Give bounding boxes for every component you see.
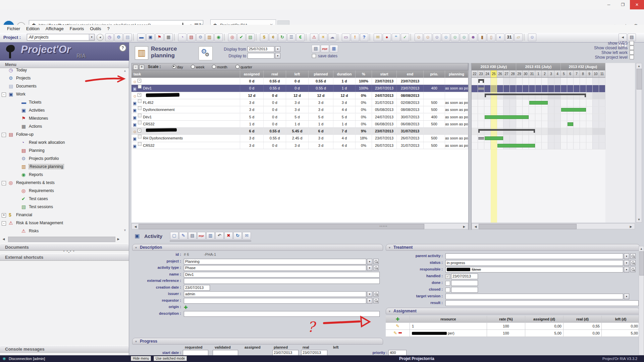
sidebar-item-actions[interactable]: ▦Actions [0,123,129,131]
hide-menu-button[interactable]: Hide menu [131,356,151,361]
pdf-icon[interactable]: PDF [197,232,206,240]
chevron-down-icon[interactable]: ▼ [367,265,372,271]
tree-scroll-up-icon[interactable]: ▲ [123,69,126,72]
sidebar-item-planning[interactable]: ▤Planning [0,147,129,155]
column-header-planned[interactable]: planned [309,70,333,78]
done-checkbox[interactable] [445,281,450,286]
financial-icon[interactable]: $ [260,34,268,41]
scroll-up-icon[interactable]: ▲ [636,63,642,69]
priority-input[interactable]: 400 [388,350,407,356]
closed-checkbox[interactable] [445,288,450,292]
column-header-assigned[interactable]: assigned [240,70,264,78]
sidebar-item-follow-up[interactable]: -▤Follow-up [0,131,129,139]
chevron-down-icon[interactable]: ▼ [89,34,94,40]
table-row[interactable]: ▣Dév15 d0 d5 d5 d5 d0%24/07/201330/07/20… [131,114,468,121]
column-header-%[interactable]: % [356,70,372,78]
scroll-track[interactable] [8,237,115,242]
scroll-left-icon[interactable]: ◄ [473,224,479,230]
sidebar-item-resource-planning[interactable]: ▥Resource planning [0,163,129,171]
chevron-down-icon[interactable]: ▼ [367,298,372,304]
test-sessions-icon[interactable]: ▧ [246,34,255,41]
gantt-bar-bracket[interactable] [485,94,586,95]
table-row[interactable]: ▣RH Dysfonctionnements3 d0.55 d2.45 d3 d… [131,135,468,142]
panel-splitter[interactable]: ▪ ▪ ▪ ▪ ▪ [62,250,76,252]
search-icon[interactable] [373,298,379,303]
column-header-left[interactable]: left [286,70,309,78]
radio-icon[interactable] [191,65,195,69]
messages-icon[interactable]: ✉ [374,34,382,41]
contexts-icon[interactable]: ◐ [496,34,504,41]
activities-icon[interactable]: ▣ [146,34,155,41]
parent-activity-input[interactable] [445,253,623,259]
table-row[interactable]: ☺-6 d0.55 d5.45 d6 d7 d9%23/07/201331/07… [131,128,468,135]
calendar-export-icon[interactable]: ▦ [330,45,338,53]
gantt-bar-planned[interactable] [568,122,573,126]
display-to-dropdown-icon[interactable]: ▼ [275,53,280,59]
documents-icon[interactable]: ▤ [123,34,132,41]
status-input[interactable]: in progress [445,260,623,266]
risks-icon[interactable]: ⚠ [310,34,318,41]
gantt-bar-bracket[interactable] [478,129,535,131]
sidebar-item-risks[interactable]: ⚠Risks [0,227,129,235]
collapse-icon[interactable]: - [138,93,141,97]
chevron-down-icon[interactable]: ▼ [624,253,629,259]
sidebar-item-real-work-allocation[interactable]: ◔Real work allocation [0,139,129,147]
resource-planning-icon[interactable]: ▥ [205,34,214,41]
sidebar-item-requirements[interactable]: ◎Requirements [0,187,129,195]
gantt-bar-planned[interactable] [485,115,529,119]
sidebar-item-reports[interactable]: ◉Reports [0,171,129,179]
external-reference-input[interactable] [184,278,380,284]
search-icon[interactable] [630,267,636,272]
budgets-icon[interactable]: ¢ [269,34,277,41]
column-header-prio[interactable]: prio. [424,70,445,78]
gantt-bar-planned[interactable] [561,108,586,112]
help-icon[interactable]: ? [119,44,126,52]
switch-mode-button[interactable]: Use switched mode [154,356,187,361]
table-row[interactable]: ▣Dysfonctionnement3 d0 d3 d3 d4 d0%05/08… [131,106,468,113]
start-date-real-input[interactable]: 23/07/2013 [301,350,327,356]
menu-affichage[interactable]: Affichage [43,25,67,33]
copy-icon[interactable]: ▥ [206,232,215,240]
today-icon[interactable]: ◷ [105,34,114,41]
creation-date-input[interactable]: 23/07/2013 [184,285,210,291]
requirements-icon[interactable]: ◎ [228,34,236,41]
zoom-out-button[interactable]: - [133,65,138,70]
expenses-icon[interactable]: ↻ [278,34,286,41]
search-icon[interactable] [630,253,636,259]
print-icon[interactable]: ▤ [312,45,320,53]
gantt-bar-real[interactable] [478,87,484,90]
start-date-planned-input[interactable]: 23/07/2013 [272,350,299,356]
description-input[interactable] [184,311,380,317]
project-filter-select[interactable]: All projects ▼ [27,34,95,41]
scale-option-month[interactable]: month [212,65,227,69]
chevron-down-icon[interactable]: ▼ [624,267,629,273]
sidebar-item-today[interactable]: ◷Today [0,66,129,74]
edit-pencil-icon[interactable]: ✎ [393,330,397,336]
resources-icon[interactable]: ☺ [433,34,441,41]
handled-input[interactable]: 23/07/2013 [451,274,478,279]
column-header-planning[interactable]: planning [445,70,468,78]
sidebar-item-test-cases[interactable]: ✔Test cases [0,195,129,203]
undo-icon[interactable]: ↶ [215,232,224,240]
scroll-right-icon[interactable]: ► [461,224,467,230]
sidebar-item-projects[interactable]: ⚙Projects [0,74,129,82]
toggle-checkbox[interactable] [630,46,634,50]
chevron-down-icon[interactable]: ▼ [624,294,629,299]
menu-outils[interactable]: Outils [87,25,104,33]
column-header-start[interactable]: start [372,70,397,78]
collapse-icon[interactable]: - [138,129,141,132]
chevron-down-icon[interactable]: ▼ [624,260,629,266]
scroll-right-icon[interactable]: ► [115,236,121,242]
issues-icon[interactable]: ☁ [328,34,336,41]
search-icon[interactable] [373,291,379,297]
reports-icon[interactable]: ◉ [214,34,223,41]
mail-icon[interactable]: ✉ [243,232,251,240]
decisions-icon[interactable]: ! [351,34,359,41]
start-date-requested-input[interactable] [183,350,208,356]
collapse-toolbar-button[interactable]: ◂ [97,34,104,41]
toggle-checkbox[interactable] [630,55,634,59]
collapse-icon[interactable]: - [2,181,6,185]
save-dates-checkbox[interactable] [312,54,316,58]
gantt-bar-planned[interactable] [485,136,503,140]
gantt-vscrollbar[interactable]: ▲ ▼ [636,63,642,223]
